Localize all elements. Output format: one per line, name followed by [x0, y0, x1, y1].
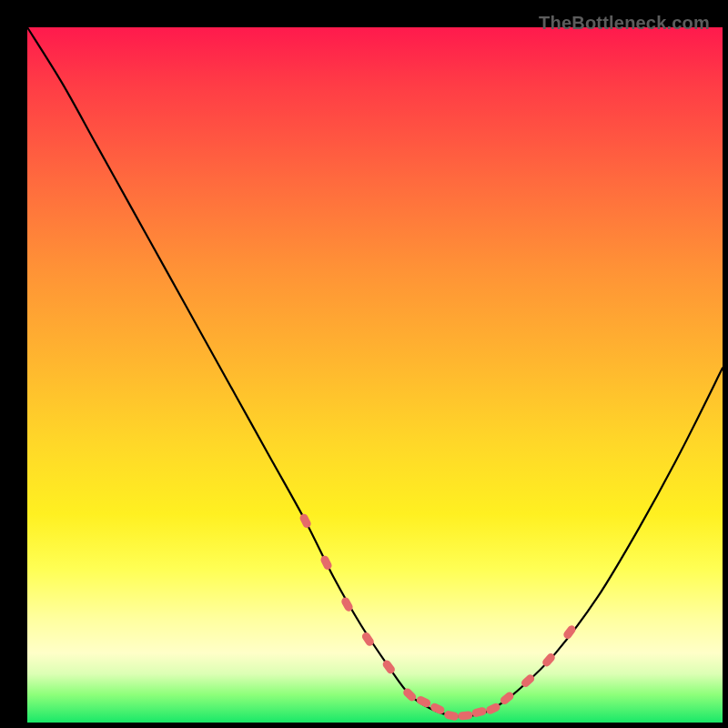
highlight-dot [381, 659, 397, 675]
highlight-dot [319, 554, 333, 571]
highlight-dots-group [298, 512, 577, 721]
bottleneck-curve-line [27, 27, 723, 716]
highlight-dot [458, 711, 473, 721]
chart-svg [27, 27, 723, 723]
highlight-dot [298, 512, 312, 529]
highlight-dot [562, 624, 578, 641]
highlight-dot [443, 710, 460, 722]
highlight-dot [415, 694, 431, 708]
highlight-dot [485, 702, 501, 715]
chart-frame: TheBottleneck.com [11, 11, 717, 717]
watermark-label: TheBottleneck.com [539, 13, 710, 34]
